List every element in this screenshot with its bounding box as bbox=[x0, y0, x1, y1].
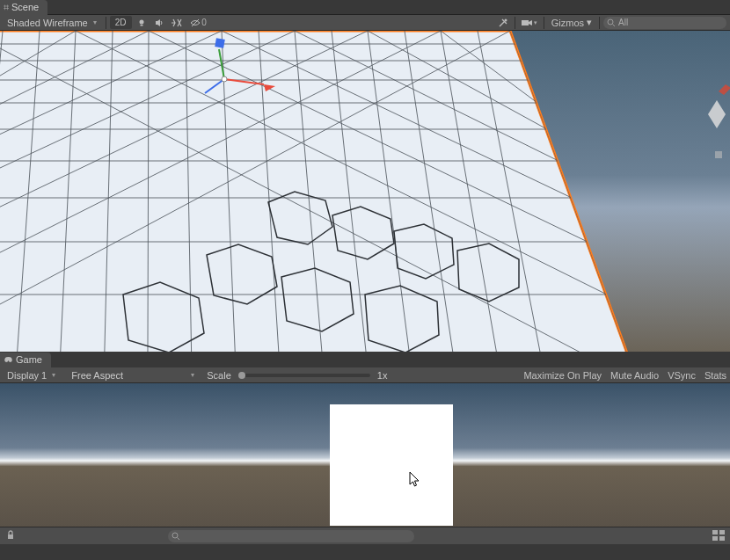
svg-point-53 bbox=[222, 76, 227, 82]
game-viewport[interactable] bbox=[0, 383, 730, 527]
audio-icon[interactable] bbox=[151, 16, 167, 30]
camera-icon[interactable]: ▾ bbox=[519, 16, 540, 30]
svg-rect-3 bbox=[522, 20, 529, 25]
svg-rect-57 bbox=[8, 535, 13, 539]
svg-rect-60 bbox=[712, 530, 718, 535]
chevron-down-icon: ▾ bbox=[191, 371, 194, 379]
svg-point-0 bbox=[139, 19, 143, 24]
scale-value: 1x bbox=[377, 370, 388, 381]
scene-toolbar: Shaded Wireframe ▾ 2D 0 ▾ Gizmos ▾ All bbox=[0, 15, 730, 31]
status-bar bbox=[0, 527, 730, 544]
menu-icon[interactable] bbox=[712, 530, 725, 542]
game-tab[interactable]: Game bbox=[0, 353, 51, 367]
light-icon[interactable] bbox=[134, 16, 150, 30]
svg-rect-52 bbox=[215, 38, 225, 48]
hidden-icon[interactable]: 0 bbox=[186, 16, 211, 30]
scene-tab-bar: ⌗ Scene bbox=[0, 0, 730, 15]
aspect-dropdown[interactable]: Free Aspect ▾ bbox=[68, 368, 200, 382]
divider bbox=[544, 17, 544, 29]
svg-line-5 bbox=[613, 24, 616, 26]
scale-label: Scale bbox=[207, 370, 231, 381]
scene-search[interactable]: All bbox=[603, 17, 726, 29]
hidden-count: 0 bbox=[201, 18, 207, 27]
search-icon bbox=[607, 18, 616, 27]
maximize-on-play-toggle[interactable]: Maximize On Play bbox=[523, 370, 602, 381]
2d-label: 2D bbox=[115, 18, 127, 27]
chevron-down-icon: ▾ bbox=[93, 18, 97, 26]
gizmos-label: Gizmos bbox=[551, 18, 584, 28]
svg-point-58 bbox=[172, 533, 178, 538]
game-tab-label: Game bbox=[16, 354, 42, 365]
scene-tab[interactable]: ⌗ Scene bbox=[0, 0, 47, 15]
divider bbox=[515, 17, 515, 29]
scene-tab-label: Scene bbox=[11, 2, 39, 12]
shading-mode-label: Shaded Wireframe bbox=[7, 18, 88, 28]
game-tab-bar: Game bbox=[0, 352, 730, 367]
rendered-cube bbox=[330, 404, 453, 526]
game-tab-icon bbox=[4, 354, 13, 366]
mute-audio-toggle[interactable]: Mute Audio bbox=[610, 370, 659, 381]
orientation-gizmo bbox=[708, 84, 730, 158]
scene-tab-icon: ⌗ bbox=[4, 2, 9, 13]
2d-toggle[interactable]: 2D bbox=[110, 16, 132, 29]
aspect-label: Free Aspect bbox=[71, 370, 123, 381]
cursor-icon bbox=[409, 471, 421, 490]
chevron-down-icon: ▾ bbox=[534, 19, 537, 26]
tools-icon[interactable] bbox=[495, 16, 511, 30]
svg-marker-55 bbox=[719, 84, 730, 95]
project-search[interactable] bbox=[168, 530, 414, 542]
search-icon bbox=[172, 532, 180, 541]
gizmos-dropdown[interactable]: Gizmos ▾ bbox=[548, 17, 595, 28]
lock-icon[interactable] bbox=[5, 530, 16, 542]
display-label: Display 1 bbox=[7, 370, 47, 381]
chevron-down-icon: ▾ bbox=[52, 371, 55, 379]
svg-marker-7 bbox=[0, 31, 638, 352]
divider bbox=[106, 17, 106, 29]
game-toolbar: Display 1 ▾ Free Aspect ▾ Scale 1x Maxim… bbox=[0, 367, 730, 383]
svg-marker-56 bbox=[715, 151, 722, 158]
svg-point-4 bbox=[608, 19, 613, 25]
svg-rect-63 bbox=[719, 536, 725, 541]
svg-rect-62 bbox=[712, 536, 718, 541]
vsync-toggle[interactable]: VSync bbox=[668, 370, 696, 381]
divider bbox=[599, 17, 600, 29]
svg-marker-54 bbox=[708, 100, 726, 128]
scene-viewport[interactable] bbox=[0, 31, 730, 352]
shading-mode-dropdown[interactable]: Shaded Wireframe ▾ bbox=[4, 16, 102, 30]
svg-rect-61 bbox=[719, 530, 725, 535]
display-dropdown[interactable]: Display 1 ▾ bbox=[4, 368, 61, 382]
svg-point-2 bbox=[504, 18, 507, 21]
chevron-down-icon: ▾ bbox=[587, 17, 592, 28]
fx-icon[interactable] bbox=[169, 16, 185, 30]
scale-slider[interactable] bbox=[238, 374, 370, 377]
stats-toggle[interactable]: Stats bbox=[704, 370, 726, 381]
search-prefix: All bbox=[618, 18, 628, 27]
svg-line-59 bbox=[178, 537, 180, 540]
